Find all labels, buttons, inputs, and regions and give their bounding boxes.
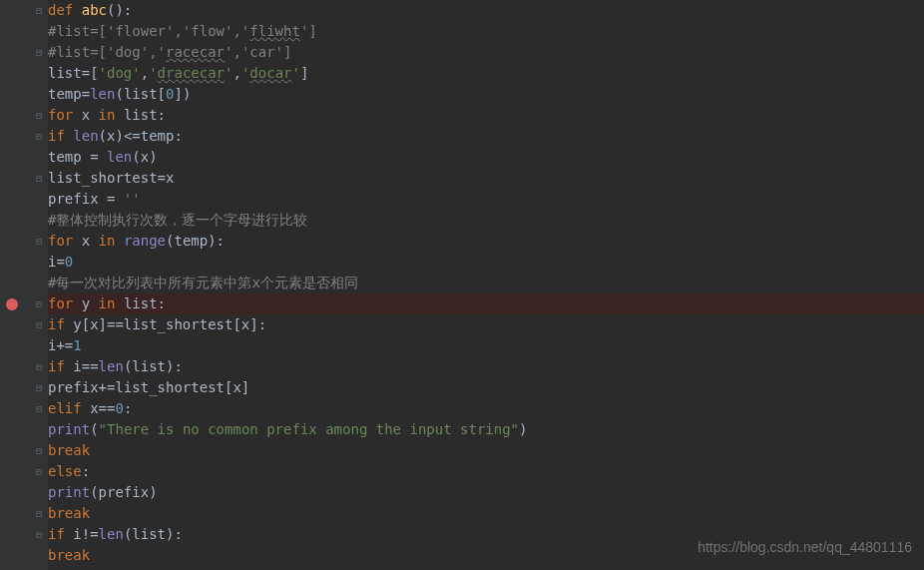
code-line[interactable]: #整体控制执行次数，逐一个字母进行比较 [48,210,924,231]
code-line[interactable]: print("There is no common prefix among t… [48,419,924,440]
breakpoint-icon[interactable] [6,298,18,310]
code-line[interactable]: list=['dog','dracecar','docar'] [48,63,924,84]
gutter: ⊟ ⊟ ⊟ ⊟ ⊟ ⊟ ⊟ ⊟ ⊟ ⊟ ⊟ ⊟ ⊟ ⊟ ⊟ [0,0,48,570]
fold-icon[interactable]: ⊟ [34,530,44,540]
fold-icon[interactable]: ⊟ [34,6,44,16]
code-line[interactable]: def abc(): [48,0,924,21]
code-line[interactable]: list_shortest=x [48,168,924,189]
code-line[interactable]: prefix+=list_shortest[x] [48,377,924,398]
fold-icon[interactable]: ⊟ [34,467,44,477]
code-line[interactable]: prefix = '' [48,189,924,210]
code-line[interactable]: else: [48,461,924,482]
code-line[interactable]: break [48,503,924,524]
fold-icon[interactable]: ⊟ [34,320,44,330]
code-line[interactable]: #list=['dog','racecar','car'] [48,42,924,63]
code-line[interactable]: temp=len(list[0]) [48,84,924,105]
fold-icon[interactable]: ⊟ [34,446,44,456]
code-line[interactable]: if y[x]==list_shortest[x]: [48,314,924,335]
code-line-breakpoint[interactable]: for y in list: [48,293,924,314]
code-line[interactable]: #list=['flower','flow','fliwht'] [48,21,924,42]
code-line[interactable]: if i==len(list): [48,356,924,377]
code-line[interactable]: print(prefix) [48,482,924,503]
fold-icon[interactable]: ⊟ [34,111,44,121]
code-line[interactable]: if len(x)<=temp: [48,126,924,147]
code-line[interactable]: break [48,440,924,461]
code-line[interactable]: for x in list: [48,105,924,126]
code-line[interactable]: i=0 [48,252,924,273]
code-area[interactable]: def abc(): #list=['flower','flow','fliwh… [48,0,924,570]
fold-icon[interactable]: ⊟ [34,174,44,184]
fold-icon[interactable]: ⊟ [34,237,44,247]
fold-icon[interactable]: ⊟ [34,299,44,309]
fold-icon[interactable]: ⊟ [34,48,44,58]
code-line[interactable]: for x in range(temp): [48,231,924,252]
fold-icon[interactable]: ⊟ [34,132,44,142]
code-line[interactable]: i+=1 [48,335,924,356]
fold-icon[interactable]: ⊟ [34,509,44,519]
fold-icon[interactable]: ⊟ [34,362,44,372]
code-line[interactable]: elif x==0: [48,398,924,419]
fold-icon[interactable]: ⊟ [34,404,44,414]
code-editor[interactable]: ⊟ ⊟ ⊟ ⊟ ⊟ ⊟ ⊟ ⊟ ⊟ ⊟ ⊟ ⊟ ⊟ ⊟ ⊟ def abc():… [0,0,924,570]
fold-icon[interactable]: ⊟ [34,383,44,393]
watermark: https://blog.csdn.net/qq_44801116 [697,537,912,558]
code-line[interactable]: #每一次对比列表中所有元素中第x个元素是否相同 [48,273,924,293]
code-line[interactable]: temp = len(x) [48,147,924,168]
